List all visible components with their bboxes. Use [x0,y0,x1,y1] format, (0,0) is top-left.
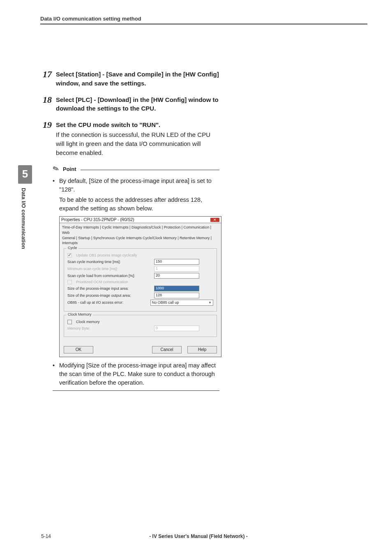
field-value: 0 [154,325,199,331]
field-value-highlighted: 1000 [154,286,199,291]
cycle-group: Cycle Update OB1 process image cyclicall… [64,248,217,312]
step-body: If the connection is successful, the RUN… [56,130,219,157]
checkbox-icon [67,280,72,284]
field-label: Clock memory [76,320,100,324]
step-19: 19 Set the CPU mode switch to "RUN". If … [43,120,219,157]
properties-dialog-figure: Properties - CPU 315-2PN/DP - (R0/S2) ✕ … [59,216,221,357]
bullet-text: Modifying [Size of the process-image inp… [59,362,216,386]
step-number: 17 [43,70,53,79]
dialog-tabs: Time-of-Day Interrupts | Cyclic Interrup… [60,223,221,245]
footer-title: - IV Series User's Manual (Field Network… [51,533,346,539]
step-number: 19 [43,120,53,129]
running-header: Data I/O communication setting method [40,16,367,22]
field-select: No OB85 call up ▼ [150,300,213,306]
dialog-titlebar: Properties - CPU 315-2PN/DP - (R0/S2) ✕ [60,217,221,223]
field-label: Prioritized OCM communication [76,280,128,284]
chapter-tab: 5 Data I/O communication [18,165,32,252]
help-button: Help [187,346,217,353]
step-heading: Select [PLC] - [Download] in the [HW Con… [56,95,219,113]
field-value: 150 [154,259,199,265]
group-title: Cycle [67,246,78,250]
step-number: 18 [43,95,53,104]
bullet-text: By default, [Size of the process-image i… [59,178,212,193]
clock-memory-group: Clock Memory Clock memory Memory Byte: 0 [64,315,217,337]
field-label: Scan cycle load from communication [%]: [67,274,152,278]
bullet-continuation: To be able to access the addresses after… [59,196,219,213]
field-label: Update OB1 process image cyclically [76,253,137,257]
field-label: Scan cycle monitoring time [ms]: [67,260,152,264]
point-end-rule [53,390,219,391]
chapter-label: Data I/O communication [18,186,29,252]
main-content: 17 Select [Station] - [Save and Compile]… [43,70,219,391]
page-number: 5-14 [41,533,51,539]
dialog-title-text: Properties - CPU 315-2PN/DP - (R0/S2) [61,217,134,222]
dialog-tabs-row1: Time-of-Day Interrupts | Cyclic Interrup… [62,225,219,235]
step-17: 17 Select [Station] - [Save and Compile]… [43,70,219,88]
chapter-number: 5 [18,165,32,184]
field-label: Size of the process-image output area: [67,293,152,298]
step-18: 18 Select [PLC] - [Download] in the [HW … [43,95,219,113]
field-value: 128 [154,293,199,298]
close-icon: ✕ [210,218,219,222]
point-bullet: • Modifying [Size of the process-image i… [53,361,219,387]
checkbox-icon [67,253,72,258]
step-heading: Set the CPU mode switch to "RUN". [56,120,160,129]
chevron-down-icon: ▼ [208,301,212,305]
field-value: 20 [154,273,199,279]
field-label: OB85 - call up at I/O access error: [67,300,148,305]
ok-button: OK [64,346,93,353]
dialog-button-row: OK Cancel Help [60,344,221,357]
pencil-icon: ✎ [51,164,60,174]
bullet-dot: • [53,361,57,387]
point-label: Point [63,166,76,172]
step-heading: Select [Station] - [Save and Compile] in… [56,70,219,88]
field-label: Minimum scan cycle time [ms]: [67,267,152,271]
checkbox-icon [67,320,72,324]
header-rule [40,23,367,25]
cancel-button: Cancel [152,346,182,353]
field-label: Size of the process-image input area: [67,286,152,291]
point-block: ✎ Point • By default, [Size of the proce… [53,164,219,387]
group-title: Clock Memory [67,312,93,316]
point-header: ✎ Point [53,164,219,173]
field-value: 1 [154,266,199,272]
bullet-dot: • [53,177,57,194]
page-footer: 5-14 - IV Series User's Manual (Field Ne… [41,533,362,539]
point-bullet: • By default, [Size of the process-image… [53,177,219,194]
dialog-tabs-row2: General | Startup | Synchronous Cycle In… [62,235,219,246]
select-value: No OB85 call up [152,300,179,305]
point-rule [81,170,220,170]
field-label: Memory Byte: [67,326,152,330]
